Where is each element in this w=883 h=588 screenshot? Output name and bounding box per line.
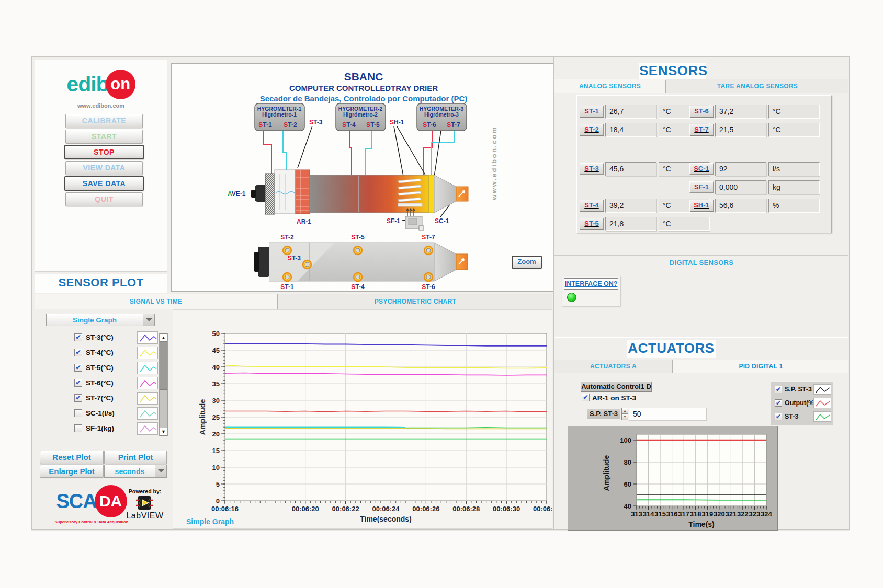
check-icon: ✔ (75, 349, 81, 356)
channel-checkbox-st4[interactable]: ✔ (74, 349, 82, 356)
legend-label-st3: ST-3 (785, 413, 798, 420)
start-button[interactable]: START (65, 130, 143, 144)
check-icon: ✔ (776, 413, 781, 420)
tab-pid-digital-1[interactable]: PID DIGITAL 1 (673, 360, 848, 373)
setpoint-spinner[interactable]: ▲ ▼ (621, 408, 628, 420)
svg-text:323: 323 (749, 510, 761, 518)
hygrometer-3-box: HYGROMETER-3 Higrómetro-3 ST-6 ST-7 (417, 103, 467, 131)
channel-label-sc1: SC-1(l/s) (86, 409, 115, 417)
bottom-st1-label: ST-1 (280, 283, 294, 291)
legend-checkbox-sp[interactable]: ✔ (775, 386, 782, 393)
spinner-up-icon[interactable]: ▲ (621, 408, 628, 414)
st3-label: ST-3 (309, 119, 323, 126)
view-data-button[interactable]: VIEW DATA (65, 161, 143, 175)
tab-psychrometric-chart[interactable]: PSYCHROMETRIC CHART (278, 294, 552, 309)
time-unit-dropdown[interactable]: seconds (104, 465, 167, 478)
chevron-down-icon[interactable] (143, 314, 154, 326)
spinner-down-icon[interactable]: ▼ (621, 414, 628, 420)
legend-checkbox-output[interactable]: ✔ (775, 399, 782, 407)
channel-label-st4: ST-4(°C) (86, 349, 114, 356)
diagram-subtitle-en: COMPUTER CONTROLLEDTRAY DRIER (289, 84, 438, 93)
calibrate-button[interactable]: CALIBRATE (65, 114, 143, 128)
hygrometer-3-name-es: Higrómetro-3 (424, 111, 459, 118)
scroll-up-icon[interactable]: ▲ (160, 333, 167, 342)
sensor-label-st4: ST-4 (580, 200, 604, 211)
tab-actuators-a[interactable]: ACTUATORS A (554, 360, 672, 373)
quit-button[interactable]: QUIT (65, 192, 143, 206)
channel-checkbox-st3[interactable]: ✔ (74, 333, 82, 341)
channel-line-icon-st4 (137, 347, 158, 359)
channel-line-icon-sf1 (137, 422, 158, 435)
svg-text:00:06:20: 00:06:20 (292, 505, 319, 513)
save-data-button[interactable]: SAVE DATA (64, 176, 144, 191)
channel-checkbox-sf1[interactable] (74, 424, 82, 432)
edibon-logo: edib on (35, 67, 167, 101)
tab-analog-sensors[interactable]: ANALOG SENSORS (554, 79, 665, 93)
automatic-control-chip[interactable]: Automatic Control1 D (581, 382, 652, 392)
pid-chart-panel: 4060801003133143153163173183193203213223… (568, 426, 778, 531)
graph-mode-dropdown[interactable]: Single Graph (46, 314, 155, 326)
chevron-down-icon[interactable] (155, 465, 166, 477)
scrollbar-thumb[interactable] (160, 342, 167, 390)
inlet-grille-icon (265, 174, 275, 214)
check-icon: ✔ (776, 399, 781, 407)
svg-text:10: 10 (212, 464, 220, 471)
legend-label-sp: S.P. ST-3 (785, 386, 812, 393)
svg-text:40: 40 (212, 363, 220, 371)
channel-checkbox-sc1[interactable] (74, 409, 82, 417)
channel-label-st6: ST-6(°C) (86, 379, 114, 387)
svg-text:25: 25 (212, 413, 220, 421)
svg-text:00:06:16: 00:06:16 (211, 505, 239, 513)
tab-signal-vs-time[interactable]: SIGNAL VS TIME (35, 294, 277, 309)
svg-text:Amplitude: Amplitude (602, 455, 610, 491)
check-icon: ✔ (776, 386, 781, 393)
sensor-label-st7: ST-7 (689, 124, 714, 135)
channel-scrollbar[interactable]: ▲ ▼ (159, 333, 168, 436)
sensors-title: SENSORS (639, 63, 706, 79)
reset-plot-button[interactable]: Reset Plot (40, 451, 104, 464)
labview-label: LabVIEW (121, 511, 168, 521)
edibon-logo-circle-text: on (110, 75, 130, 94)
setpoint-input[interactable]: 50 (629, 408, 706, 420)
print-plot-button[interactable]: Print Plot (104, 451, 167, 464)
ar1-checkbox[interactable]: ✔ (582, 394, 590, 401)
channel-line-icon-st7 (137, 392, 158, 405)
exhaust-pipe (456, 187, 468, 201)
labview-icon (136, 495, 153, 510)
sensor-label-st6: ST-6 (689, 106, 714, 117)
sensor-value-st5: 21,8 (605, 217, 656, 231)
zoom-button[interactable]: Zoom (512, 256, 542, 269)
svg-text:20: 20 (212, 430, 220, 438)
svg-text:00:06:24: 00:06:24 (372, 505, 400, 513)
sensor-label-st2: ST-2 (580, 124, 604, 135)
bottom-st2-label: ST-2 (280, 234, 294, 241)
outlet-strip (429, 175, 434, 213)
legend-checkbox-st3[interactable]: ✔ (775, 413, 782, 420)
stop-button[interactable]: STOP (64, 145, 144, 159)
enlarge-plot-button[interactable]: Enlarge Plot (40, 465, 104, 478)
ave1-label: AVE-1 (228, 190, 246, 198)
channel-checkbox-st5[interactable]: ✔ (74, 364, 82, 372)
hygrometer-1-st2: ST-2 (284, 121, 297, 129)
hygrometer-2-name-es: Higrómetro-2 (343, 111, 378, 118)
channel-checkbox-st7[interactable]: ✔ (74, 394, 82, 402)
flow-arrows (406, 209, 415, 216)
svg-text:321: 321 (726, 510, 737, 518)
svg-text:40: 40 (624, 502, 631, 510)
channel-line-icon-st5 (137, 362, 158, 374)
svg-text:45: 45 (212, 347, 220, 354)
sensor-unit-sc1: l/s (768, 162, 820, 176)
sensors-tab-divider (665, 80, 666, 93)
hygrometer-2-st5: ST-5 (366, 121, 380, 129)
bottom-st5-label: ST-5 (351, 234, 365, 241)
svg-text:00:06:26: 00:06:26 (412, 505, 439, 513)
actuators-title: ACTUATORS (627, 340, 716, 358)
hygrometer-2-st4: ST-4 (342, 121, 356, 129)
scroll-down-icon[interactable]: ▼ (160, 428, 167, 436)
tab-tare-analog-sensors[interactable]: TARE ANALOG SENSORS (666, 79, 848, 93)
time-unit-value: seconds (105, 467, 155, 476)
sensor-unit-sf1: kg (768, 180, 820, 194)
channel-checkbox-st6[interactable]: ✔ (74, 379, 82, 387)
svg-text:60: 60 (624, 480, 631, 488)
svg-text:35: 35 (212, 380, 220, 388)
